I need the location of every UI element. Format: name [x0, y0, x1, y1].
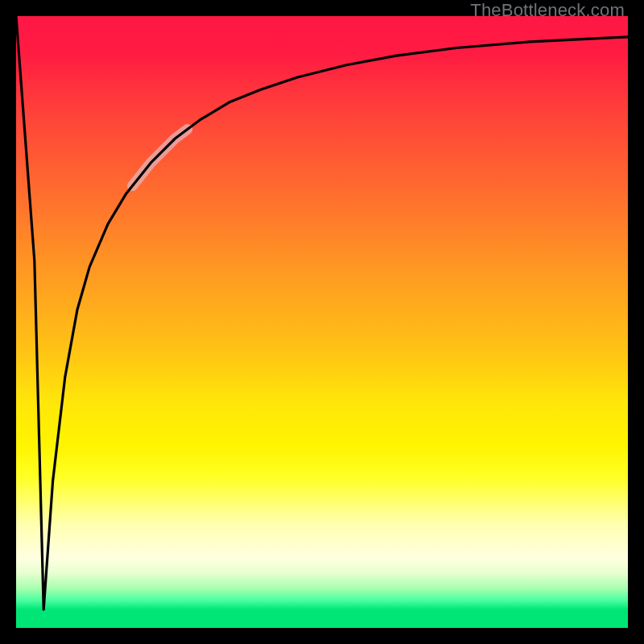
chart-svg	[16, 16, 628, 628]
chart-frame: TheBottleneck.com	[0, 0, 644, 644]
watermark-text: TheBottleneck.com	[470, 0, 625, 21]
bottleneck-curve	[16, 16, 628, 609]
